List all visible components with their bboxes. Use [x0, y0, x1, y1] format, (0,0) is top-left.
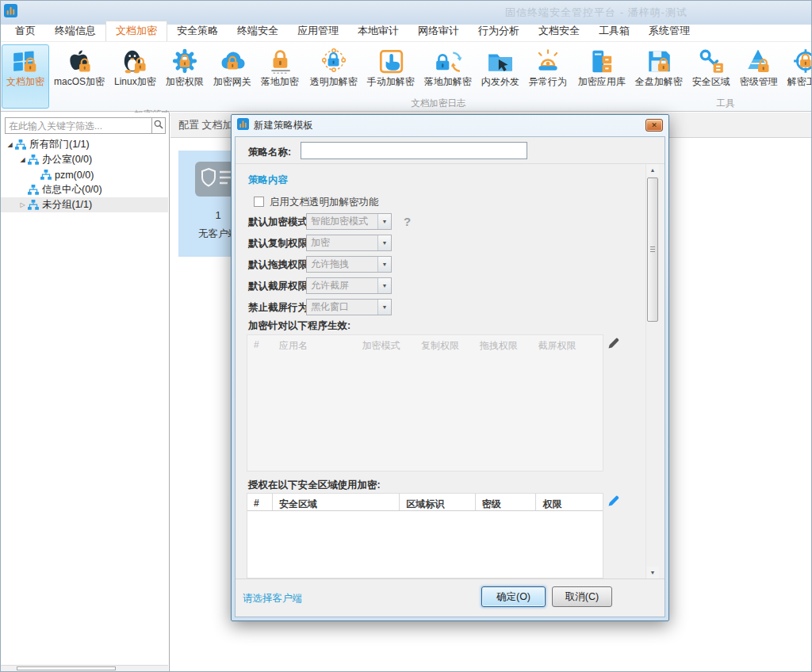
enable-transparent-checkbox[interactable] [254, 197, 264, 207]
ribbon-group-1: 文档加密macOS加密Linux加密加密权限加密网关落地加密加密策略 [2, 43, 304, 111]
manual-codec-icon [377, 47, 405, 75]
ribbon-item-label: 文档加密 [6, 76, 44, 87]
dropdown-select[interactable]: 加密▼ [306, 235, 392, 251]
tree-node-1[interactable]: ◢所有部门(1/1) [1, 137, 168, 152]
column-header: 安全区域 [273, 494, 400, 510]
tree-node-2[interactable]: ◢办公室(0/0) [1, 152, 168, 167]
ribbon-item-manual-codec[interactable]: 手动加解密 [362, 44, 419, 90]
ribbon-item-full-disk[interactable]: 全盘加解密 [630, 44, 688, 90]
search-icon [154, 120, 163, 132]
ribbon-item-linux-lock[interactable]: Linux加密 [109, 44, 161, 90]
scroll-down-icon[interactable]: ▼ [646, 567, 659, 578]
ribbon-item-label: 密级管理 [740, 76, 778, 87]
dialog-titlebar[interactable]: 新建策略模板 ✕ [232, 115, 668, 136]
ribbon-item-apple-lock[interactable]: macOS加密 [49, 44, 109, 90]
dropdown-label: 默认加密模式 [248, 216, 308, 229]
department-icon [28, 155, 39, 165]
chevron-down-icon[interactable]: ▼ [377, 278, 391, 293]
select-client-link[interactable]: 请选择客户端 [243, 592, 302, 605]
ribbon-item-landing-codec[interactable]: 落地加解密 [419, 44, 477, 90]
collapse-icon[interactable]: ◢ [5, 141, 15, 148]
chevron-down-icon[interactable]: ▼ [377, 257, 391, 272]
ribbon-toolbar: 文档加密macOS加密Linux加密加密权限加密网关落地加密加密策略透明加解密手… [1, 43, 811, 112]
alarm-icon [534, 47, 562, 75]
menu-tab-6[interactable]: 应用管理 [288, 21, 348, 41]
ribbon-item-ground-lock[interactable]: 落地加密 [256, 44, 304, 90]
department-icon [15, 139, 26, 150]
dropdown-value: 允许拖拽 [311, 257, 349, 272]
ribbon-item-transparent-codec[interactable]: 透明加解密 [305, 44, 362, 90]
chevron-down-icon[interactable]: ▼ [377, 300, 391, 315]
collapse-icon[interactable]: ◢ [17, 156, 28, 163]
program-table-header: #应用名加密模式复制权限拖拽权限截屏权限 [247, 335, 603, 354]
sidebar-hscrollbar[interactable] [1, 665, 168, 671]
ribbon-item-label: 落地加解密 [424, 76, 472, 87]
dropdown-select[interactable]: 允许拖拽▼ [306, 256, 392, 273]
menu-tab-3[interactable]: 文档加密 [105, 21, 167, 41]
menu-tab-4[interactable]: 安全策略 [167, 21, 228, 41]
dialog-title: 新建策略模板 [254, 119, 313, 132]
program-table-caption: 加密针对以下程序生效: [248, 319, 350, 333]
menu-tab-8[interactable]: 网络审计 [408, 21, 469, 41]
department-icon [40, 170, 52, 180]
edit-zones-icon[interactable] [607, 495, 619, 507]
hscroll-thumb[interactable] [17, 666, 116, 670]
column-header: 加密模式 [355, 335, 415, 354]
menu-tab-11[interactable]: 工具箱 [589, 21, 639, 41]
tree-node-3[interactable]: pzm(0/0) [1, 167, 168, 182]
ribbon-item-label: Linux加密 [114, 76, 156, 87]
menu-tab-2[interactable]: 终端信息 [45, 21, 105, 41]
zone-table: #安全区域区域标识密级权限 [247, 493, 603, 578]
ribbon-item-windows-lock[interactable]: 文档加密 [2, 44, 49, 109]
search-input[interactable] [5, 117, 152, 134]
tree-node-4[interactable]: 信息中心(0/0) [1, 182, 168, 197]
ribbon-item-gear-lock[interactable]: 加密权限 [161, 44, 209, 90]
menu-tab-9[interactable]: 行为分析 [469, 21, 529, 41]
section-title: 策略内容 [248, 174, 288, 187]
search-row [5, 117, 166, 134]
dropdown-label: 禁止截屏行为 [248, 301, 308, 315]
dropdown-select[interactable]: 允许截屏▼ [306, 277, 392, 294]
expand-icon[interactable]: ▷ [17, 201, 28, 208]
ribbon-item-key-zone[interactable]: 安全区域 [688, 44, 735, 90]
search-button[interactable] [152, 117, 166, 134]
chevron-down-icon[interactable]: ▼ [377, 235, 391, 250]
tree-node-5[interactable]: ▷未分组(1/1) [1, 197, 168, 212]
policy-name-input[interactable] [301, 142, 527, 159]
edit-programs-icon[interactable] [607, 338, 619, 349]
column-header: 密级 [476, 494, 537, 510]
ribbon-item-decrypt-target[interactable]: 解密工具 [783, 44, 812, 90]
ribbon-item-level-pyramid[interactable]: 密级管理 [735, 44, 783, 90]
dropdown-row-5: 禁止截屏行为黑化窗口▼ [236, 299, 665, 315]
ok-button[interactable]: 确定(O) [481, 586, 546, 607]
menu-tab-1[interactable]: 首页 [6, 21, 45, 41]
scrollbar-thumb[interactable] [647, 178, 658, 322]
close-icon[interactable]: ✕ [645, 119, 663, 132]
ribbon-item-app-library[interactable]: 加密应用库 [573, 44, 630, 90]
column-header: # [247, 335, 273, 354]
ribbon-item-label: 加密权限 [166, 76, 204, 87]
cancel-button[interactable]: 取消(C) [552, 586, 612, 607]
dropdown-label: 默认截屏权限 [248, 280, 308, 293]
ribbon-item-folder-send[interactable]: 内发外发 [477, 44, 524, 90]
level-pyramid-icon [745, 47, 773, 75]
menu-tab-12[interactable]: 系统管理 [639, 21, 699, 41]
chevron-down-icon[interactable]: ▼ [377, 214, 391, 229]
ribbon-item-alarm[interactable]: 异常行为 [524, 44, 572, 90]
policy-name-label: 策略名称: [248, 146, 291, 159]
menu-tab-7[interactable]: 本地审计 [348, 21, 408, 41]
menu-tab-10[interactable]: 文档安全 [529, 21, 589, 41]
menu-tab-5[interactable]: 终端安全 [228, 21, 288, 41]
ribbon-item-cloud-lock[interactable]: 加密网关 [209, 44, 256, 90]
dropdown-row-1: 默认加密模式智能加密模式▼? [236, 213, 665, 230]
dialog-scrollbar[interactable]: ▲ ▼ [645, 164, 659, 578]
dropdown-label: 默认拖拽权限 [248, 258, 308, 272]
column-header: 应用名 [273, 335, 356, 354]
ribbon-group-label: 工具 [573, 97, 812, 111]
dropdown-select[interactable]: 智能加密模式▼ [306, 213, 392, 230]
scroll-up-icon[interactable]: ▲ [646, 164, 659, 176]
help-icon[interactable]: ? [404, 215, 411, 228]
dropdown-select[interactable]: 黑化窗口▼ [306, 299, 392, 315]
dropdown-row-2: 默认复制权限加密▼ [236, 235, 665, 251]
ribbon-group-label: 文档加密日志 [305, 97, 572, 111]
